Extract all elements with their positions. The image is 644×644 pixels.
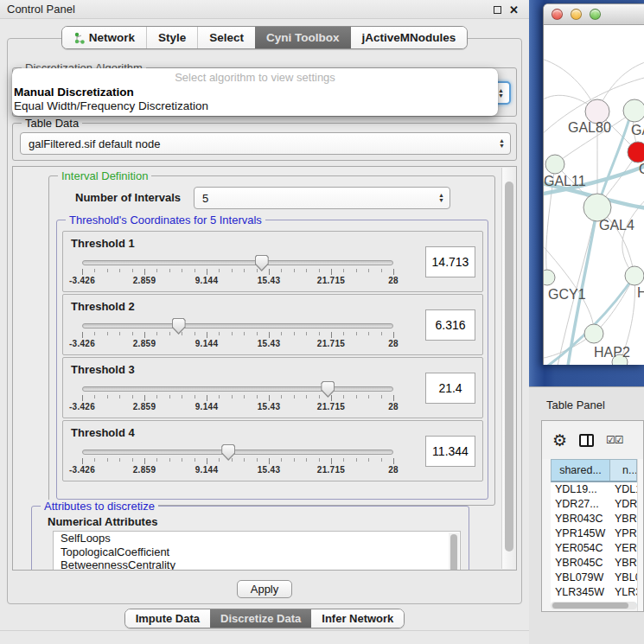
slider-scale-labels: -3.4262.8599.14415.4321.71528 [82,465,393,477]
slider-ticks [82,395,393,402]
attribute-list-item[interactable]: TopologicalCoefficient [54,545,460,559]
scrollbar-thumb[interactable] [552,603,628,609]
close-traffic-light-icon[interactable] [552,9,563,20]
cell-shared-name: YBL079W [551,571,609,585]
horizontal-scrollbar[interactable] [551,602,637,609]
dropdown-option-manual[interactable]: Manual Discretization [12,84,498,99]
table-row[interactable]: YBR043CYBR0... [551,512,637,526]
attribute-list-item[interactable]: SelfLoops [54,532,460,545]
dropdown-option-equal-width[interactable]: Equal Width/Frequency Discretization [12,99,498,112]
apply-button[interactable]: Apply [237,580,292,598]
cell-name: YBR0... [609,556,637,571]
table-row[interactable]: YDL19...YDL1... [551,482,637,497]
table-row[interactable]: YBL079WYBL0... [551,571,637,585]
group-label: Threshold's Coordinates for 5 Intervals [66,214,265,226]
column-header-shared-name[interactable]: shared... [552,460,610,481]
gear-icon[interactable]: ⚙ [552,432,567,449]
threshold-value-field[interactable]: 21.4 [425,373,475,404]
zoom-traffic-light-icon[interactable] [590,9,601,20]
table-panel-title: Table Panel [546,399,605,411]
table-row[interactable]: YLR345WYLR3... [551,585,637,600]
node-label: HAP2 [594,345,630,360]
network-canvas[interactable]: GAL80GACGAL11GAL4GCY1HHAP2 [544,25,644,365]
attribute-list-item[interactable]: BetweennessCentrality [54,558,460,571]
cell-name: YDR2... [609,497,637,512]
cell-shared-name: YPR145W [551,526,609,541]
tab-label: Network [89,31,135,44]
slider-ticks [82,332,393,339]
tab-cyni-toolbox[interactable]: Cyni Toolbox [255,27,351,48]
tab-network[interactable]: Network [62,27,146,48]
stepper-arrows-icon: ▲▼ [498,87,504,99]
num-intervals-select[interactable]: 5 ▲▼ [194,187,450,209]
tab-label: Infer Network [322,612,393,625]
dropdown-hint: Select algorithm to view settings [12,68,498,84]
node-label: C [639,162,644,176]
top-tabbar: Network Style Select Cyni Toolbox jActiv… [0,26,529,49]
group-label: Interval Definition [58,169,151,182]
network-icon [73,32,85,44]
network-node[interactable] [628,142,644,163]
column-header-name[interactable]: n... [610,460,636,481]
cell-name: YBR0... [609,512,637,526]
network-node[interactable] [584,324,603,343]
node-label: GAL11 [544,174,586,188]
network-node[interactable] [623,99,644,122]
attributes-list[interactable]: SelfLoopsTopologicalCoefficientBetweenne… [53,531,461,571]
tab-select[interactable]: Select [197,27,255,48]
node-label: H [637,285,644,300]
threshold-label: Threshold 3 [71,363,135,376]
network-node[interactable] [544,270,555,285]
vertical-scrollbar[interactable] [501,168,515,569]
select-columns-checkboxes-icon[interactable]: ☑☑ [606,434,623,446]
tab-jactivemnodules[interactable]: jActiveMNodules [351,27,468,48]
slider-scale-labels: -3.4262.8599.14415.4321.71528 [82,276,393,288]
column-view-icon[interactable] [579,434,594,447]
float-window-icon[interactable] [494,6,501,14]
table-row[interactable]: YER054CYER0... [551,541,637,556]
tab-label: jActiveMNodules [362,31,456,44]
slider-scale-labels: -3.4262.8599.14415.4321.71528 [82,402,393,414]
threshold-value-field[interactable]: 11.344 [425,436,475,467]
list-scrollbar[interactable] [449,532,459,571]
cell-shared-name: YER054C [551,541,609,556]
table-panel: Table Panel ⚙ ☑☑ shared... n... YDL19...… [529,386,644,644]
threshold-box: Threshold 4-3.4262.8599.14415.4321.71528… [62,420,483,481]
cell-name: YER0... [609,541,637,556]
cell-shared-name: YLR345W [551,585,609,600]
network-node[interactable] [625,266,644,285]
threshold-label: Threshold 2 [71,300,135,313]
tab-style[interactable]: Style [146,27,197,48]
panel-title: Control Panel [7,3,75,16]
tab-infer-network[interactable]: Infer Network [311,609,404,628]
table-data-select[interactable]: galFiltered.sif default node ▲▼ [20,132,511,155]
table-row[interactable]: YBR045CYBR0... [551,556,637,571]
tab-impute-data[interactable]: Impute Data [125,609,210,628]
table-row[interactable]: YPR145WYPR1... [551,526,637,541]
scrollbar-thumb[interactable] [505,182,513,552]
slider-track[interactable] [82,323,393,328]
slider-scale-labels: -3.4262.8599.14415.4321.71528 [82,339,393,351]
slider-track[interactable] [82,260,393,265]
cell-name: YBL0... [609,571,637,585]
settings-scrollpane: Interval Definition Number of Intervals … [12,166,517,571]
thresholds-group: Threshold's Coordinates for 5 Intervals … [56,220,488,500]
threshold-value-field[interactable]: 6.316 [425,309,475,341]
tab-label: Select [209,31,244,44]
close-icon[interactable]: ✕ [509,4,519,16]
network-node[interactable] [545,155,564,174]
table-vertical-scrollbar[interactable] [637,459,643,611]
slider-track[interactable] [82,386,393,392]
table-panel-box: ⚙ ☑☑ shared... n... YDL19...YDL1...YDR27… [541,420,644,612]
table-row[interactable]: YDR27...YDR2... [551,497,637,512]
threshold-box: Threshold 3-3.4262.8599.14415.4321.71528… [62,357,483,418]
minimize-traffic-light-icon[interactable] [571,9,582,20]
network-window-titlebar [544,4,644,25]
node-label: GA [631,123,644,137]
slider-ticks [82,458,393,465]
threshold-value-field[interactable]: 14.713 [425,246,475,277]
tab-discretize-data[interactable]: Discretize Data [210,609,311,628]
node-table: shared... n... YDL19...YDL1...YDR27...YD… [551,459,637,611]
interval-definition-group: Interval Definition Number of Intervals … [48,175,495,506]
slider-track[interactable] [82,450,393,455]
